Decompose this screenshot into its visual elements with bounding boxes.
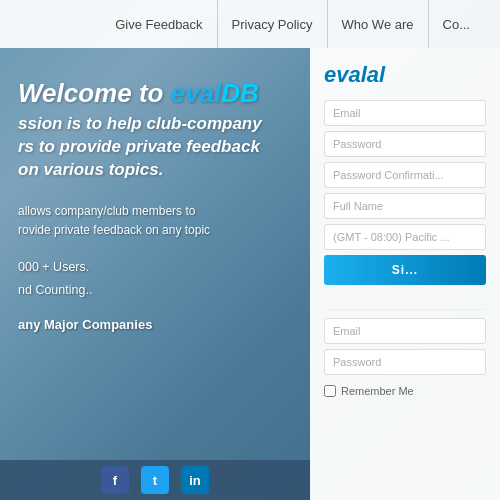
mission-text: ssion is to help club-company rs to prov… (18, 113, 290, 182)
form-divider (324, 309, 486, 310)
linkedin-button[interactable]: in (181, 466, 209, 494)
signup-button[interactable]: Si... (324, 255, 486, 285)
mission-line1: ssion is to help club-company (18, 114, 262, 133)
form-brand-eval: eval (324, 62, 367, 87)
left-panel: Welcome to evalDB ssion is to help club-… (0, 48, 310, 500)
stats-text: 000 + Users. nd Counting.. (18, 256, 290, 301)
nav-give-feedback[interactable]: Give Feedback (101, 0, 217, 48)
companies-text: any Major Companies (18, 317, 290, 332)
register-password-input[interactable] (324, 131, 486, 157)
desc-line1: allows company/club members to (18, 204, 195, 218)
welcome-prefix: Welcome to (18, 78, 171, 108)
register-timezone-input[interactable] (324, 224, 486, 250)
register-email-input[interactable] (324, 100, 486, 126)
remember-me-label: Remember Me (324, 385, 486, 397)
mission-line3: on various topics. (18, 160, 163, 179)
brand-eval: eval (171, 78, 222, 108)
nav-contact[interactable]: Co... (429, 0, 484, 48)
main-content: Welcome to evalDB ssion is to help club-… (0, 48, 500, 500)
nav-who-we-are[interactable]: Who We are (328, 0, 429, 48)
register-fullname-input[interactable] (324, 193, 486, 219)
twitter-button[interactable]: t (141, 466, 169, 494)
remember-me-text: Remember Me (341, 385, 414, 397)
description-text: allows company/club members to rovide pr… (18, 202, 290, 240)
login-email-input[interactable] (324, 318, 486, 344)
register-form: Si... (324, 100, 486, 293)
mission-line2: rs to provide private feedback (18, 137, 260, 156)
login-form: Remember Me (324, 318, 486, 397)
form-brand: evalal (324, 62, 486, 88)
register-password-confirm-input[interactable] (324, 162, 486, 188)
stat1: 000 + Users. (18, 260, 89, 274)
desc-line2: rovide private feedback on any topic (18, 223, 210, 237)
navbar: Give Feedback Privacy Policy Who We are … (0, 0, 500, 48)
social-footer: f t in (0, 460, 310, 500)
brand-db: DB (221, 78, 259, 108)
welcome-title: Welcome to evalDB (18, 78, 290, 109)
nav-privacy-policy[interactable]: Privacy Policy (218, 0, 328, 48)
form-card: evalal Si... Remember Me (310, 48, 500, 500)
remember-me-checkbox[interactable] (324, 385, 336, 397)
form-brand-al: al (367, 62, 385, 87)
stat2: nd Counting.. (18, 283, 92, 297)
facebook-button[interactable]: f (101, 466, 129, 494)
login-password-input[interactable] (324, 349, 486, 375)
